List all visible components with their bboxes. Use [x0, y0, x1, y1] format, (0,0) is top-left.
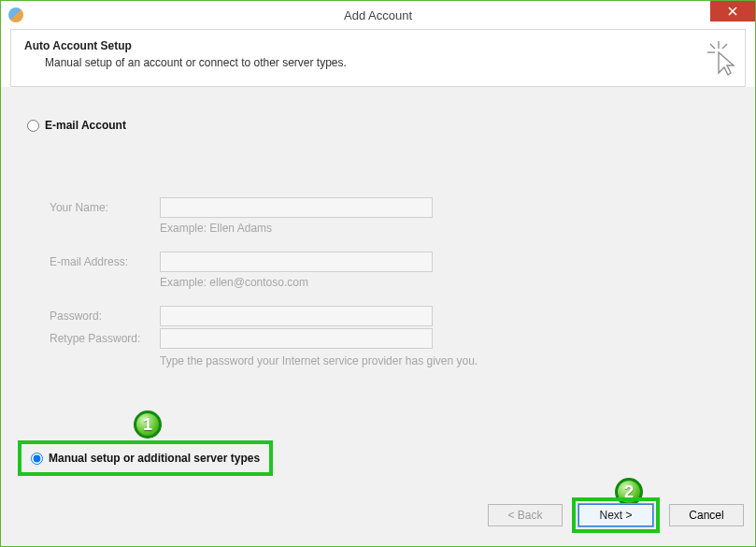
wizard-button-row: < Back Next > Cancel [488, 497, 744, 533]
wizard-header: Auto Account Setup Manual setup of an ac… [10, 29, 746, 87]
back-button: < Back [488, 504, 563, 526]
titlebar: Add Account [1, 1, 755, 29]
cursor-icon [706, 39, 735, 79]
email-address-input [160, 252, 433, 272]
radio-manual-setup-input[interactable] [31, 453, 43, 465]
email-address-label: E-mail Address: [50, 255, 160, 268]
wizard-title: Auto Account Setup [24, 39, 732, 52]
annotation-box-manual-setup: Manual setup or additional server types [18, 440, 273, 476]
password-hint: Type the password your Internet service … [160, 354, 746, 367]
annotation-box-next: Next > [572, 497, 660, 533]
annotation-badge-1: 1 [134, 410, 162, 439]
radio-manual-setup-label: Manual setup or additional server types [49, 452, 260, 465]
next-button[interactable]: Next > [578, 504, 653, 526]
close-icon [728, 7, 737, 16]
your-name-input [160, 197, 433, 218]
password-label: Password: [50, 309, 160, 323]
wizard-body: E-mail Account Your Name: Example: Ellen… [1, 87, 755, 546]
radio-email-account[interactable]: E-mail Account [27, 119, 746, 132]
password-input [160, 306, 433, 326]
your-name-label: Your Name: [50, 201, 160, 214]
radio-email-account-label: E-mail Account [45, 119, 126, 132]
radio-email-account-input[interactable] [27, 120, 39, 132]
window-title: Add Account [1, 8, 755, 22]
email-account-form: Your Name: Example: Ellen Adams E-mail A… [50, 197, 746, 367]
cancel-button[interactable]: Cancel [669, 504, 744, 526]
close-button[interactable] [710, 1, 755, 22]
svg-line-2 [710, 44, 715, 49]
wizard-subtitle: Manual setup of an account or connect to… [45, 56, 732, 69]
your-name-hint: Example: Ellen Adams [160, 222, 746, 235]
retype-password-label: Retype Password: [50, 332, 160, 345]
email-address-hint: Example: ellen@contoso.com [160, 276, 746, 289]
app-icon [8, 7, 23, 22]
radio-manual-setup[interactable]: Manual setup or additional server types [31, 452, 260, 465]
svg-line-3 [722, 44, 727, 49]
retype-password-input [160, 328, 433, 349]
